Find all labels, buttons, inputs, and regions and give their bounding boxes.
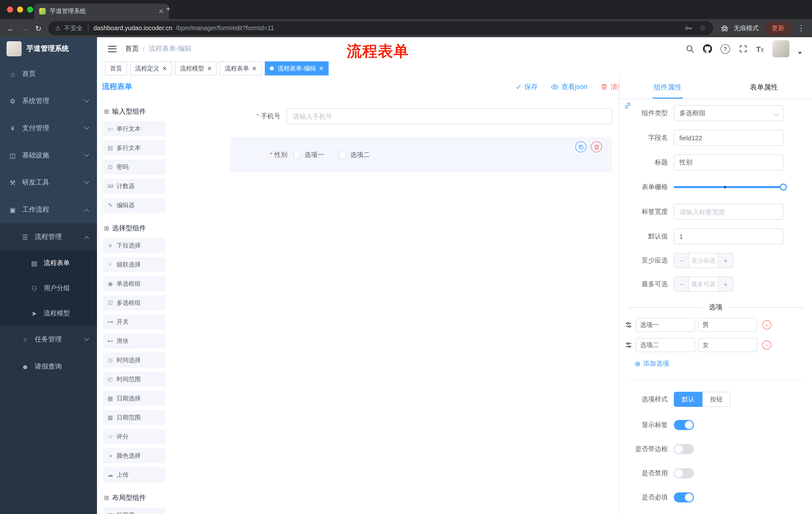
disabled-toggle[interactable] — [674, 468, 694, 478]
copy-field-button[interactable] — [575, 141, 586, 153]
bookmark-star-icon[interactable]: ☆ — [700, 24, 706, 32]
sidebar-item-process-manage[interactable]: ☰ 流程管理 — [0, 223, 97, 250]
tag-close-icon[interactable]: ✕ — [252, 65, 257, 72]
tab-close-icon[interactable]: ✕ — [158, 7, 164, 15]
avatar[interactable] — [772, 40, 789, 57]
sidebar-item-workflow[interactable]: ▣ 工作流程 — [0, 196, 97, 223]
search-icon[interactable] — [685, 44, 694, 53]
new-tab-button[interactable]: + — [166, 4, 171, 13]
drag-handle-icon[interactable] — [625, 341, 633, 349]
tag-close-icon[interactable]: ✕ — [207, 65, 211, 72]
increase-button[interactable]: + — [718, 277, 733, 291]
component-single-line-text[interactable]: ▭单行文本 — [103, 121, 165, 136]
browser-tab[interactable]: 芋道管理系统 ✕ — [34, 3, 169, 19]
sidebar-item-system[interactable]: ⚙ 系统管理 — [0, 87, 97, 115]
component-date-picker[interactable]: ▦日期选择 — [103, 391, 165, 406]
tag-process-form[interactable]: 流程表单 ✕ — [220, 61, 262, 76]
sidebar-item-home[interactable]: ⌂ 首页 — [0, 60, 97, 87]
component-date-range[interactable]: ▦日期范围 — [103, 410, 165, 425]
component-switch[interactable]: ⊶开关 — [103, 314, 165, 329]
with-border-toggle[interactable] — [674, 444, 694, 454]
remove-option-button[interactable]: − — [762, 341, 771, 350]
update-button[interactable]: 更新 — [765, 21, 791, 35]
option-value-input[interactable] — [698, 318, 757, 332]
slider-track[interactable] — [674, 186, 783, 188]
checkbox-box[interactable] — [339, 152, 346, 158]
label-width-input[interactable] — [674, 204, 783, 220]
min-select-stepper[interactable]: − 至少应选 + — [674, 253, 733, 268]
tag-close-icon[interactable]: ✕ — [319, 65, 323, 72]
browser-menu-icon[interactable]: ⋮ — [798, 24, 805, 33]
save-button[interactable]: ✓ 保存 — [516, 82, 538, 91]
gender-field-row[interactable]: 性别 选项一 选项二 — [237, 151, 605, 159]
selected-gender-field[interactable]: 性别 选项一 选项二 — [230, 137, 612, 172]
component-multi-line-text[interactable]: ▤多行文本 — [103, 140, 165, 155]
minimize-window-button[interactable] — [17, 6, 23, 12]
title-input[interactable] — [674, 154, 783, 170]
tag-process-model[interactable]: 流程模型 ✕ — [175, 61, 216, 76]
max-select-stepper[interactable]: − 最多可选 + — [674, 277, 733, 292]
component-slider[interactable]: ⊷滑块 — [103, 333, 165, 349]
option-label-input[interactable] — [636, 318, 695, 332]
decrease-button[interactable]: − — [674, 253, 689, 268]
phone-field-row[interactable]: 手机号 — [230, 108, 612, 124]
gender-option-1[interactable]: 选项一 — [293, 151, 324, 159]
component-type-value[interactable] — [674, 105, 783, 121]
component-color-picker[interactable]: ◑颜色选择 — [103, 448, 165, 463]
zoom-window-button[interactable] — [27, 6, 33, 12]
form-grid-slider[interactable] — [674, 179, 783, 195]
component-upload[interactable]: ☁上传 — [103, 467, 165, 482]
sidebar-item-process-form[interactable]: ▤ 流程表单 — [0, 250, 97, 276]
fullscreen-icon[interactable] — [738, 44, 748, 53]
required-toggle[interactable] — [674, 492, 694, 503]
breadcrumb-home[interactable]: 首页 — [125, 44, 139, 53]
decrease-button[interactable]: − — [674, 277, 689, 291]
back-icon[interactable]: ← — [7, 24, 14, 32]
phone-field-input[interactable] — [286, 108, 612, 124]
forward-icon[interactable]: → — [21, 24, 29, 32]
form-canvas[interactable]: 手机号 性别 — [223, 97, 619, 514]
component-checkbox-group[interactable]: ☑多选框组 — [103, 295, 165, 310]
drag-handle-icon[interactable] — [625, 321, 633, 329]
tag-process-form-edit[interactable]: 流程表单-编辑 ✕ — [265, 61, 328, 76]
tab-form-props[interactable]: 表单属性 — [716, 77, 812, 99]
tab-component-props[interactable]: 组件属性 — [619, 77, 716, 99]
sidebar-item-process-model[interactable]: ➤ 流程模型 — [0, 301, 97, 326]
component-rate[interactable]: ☆评分 — [103, 429, 165, 444]
component-type-select[interactable] — [674, 105, 783, 121]
component-time-picker[interactable]: ◷时间选择 — [103, 353, 165, 368]
avatar-caret-icon[interactable] — [798, 52, 802, 54]
tag-home[interactable]: 首页 — [105, 61, 127, 76]
component-cascader[interactable]: ⑂级联选择 — [103, 257, 165, 272]
component-counter[interactable]: 123计数器 — [103, 179, 165, 194]
url-bar[interactable]: ⚠ 不安全 dashboard.yudao.iocoder.cn /bpm/ma… — [48, 21, 713, 35]
help-icon[interactable]: ? — [720, 44, 730, 54]
password-key-icon[interactable] — [685, 24, 693, 32]
component-row-container[interactable]: ◫行容器 — [103, 508, 165, 514]
sidebar-item-infra[interactable]: ◫ 基础设施 — [0, 142, 97, 169]
reload-icon[interactable]: ↻ — [35, 24, 41, 32]
sidebar-item-task-manage[interactable]: ⑂ 任务管理 — [0, 326, 97, 353]
style-button-button[interactable]: 按钮 — [702, 392, 731, 407]
component-select[interactable]: ∨下拉选择 — [103, 238, 165, 253]
close-window-button[interactable] — [7, 6, 13, 12]
style-default-button[interactable]: 默认 — [674, 392, 702, 407]
slider-handle[interactable] — [780, 184, 787, 191]
sidebar-item-devtools[interactable]: ⚒ 研发工具 — [0, 169, 97, 196]
component-editor[interactable]: ✎编辑器 — [103, 198, 165, 213]
sidebar-toggle-icon[interactable] — [108, 46, 117, 52]
github-icon[interactable] — [703, 44, 712, 53]
option-value-input[interactable] — [698, 338, 757, 352]
increase-button[interactable]: + — [718, 253, 733, 268]
default-value-input[interactable] — [674, 228, 783, 244]
option-label-input[interactable] — [636, 338, 695, 352]
gender-option-2[interactable]: 选项二 — [339, 151, 370, 159]
view-json-button[interactable]: 查看json — [551, 82, 587, 91]
remove-option-button[interactable]: − — [762, 320, 771, 329]
sidebar-item-user-group[interactable]: ⚇ 用户分组 — [0, 276, 97, 301]
add-option-button[interactable]: ⊕ 添加选项 — [635, 359, 812, 368]
sidebar-item-payment[interactable]: ¥ 支付管理 — [0, 115, 97, 142]
component-time-range[interactable]: ◴时间范围 — [103, 372, 165, 387]
component-password[interactable]: ⊡密码 — [103, 159, 165, 174]
show-label-toggle[interactable] — [674, 420, 694, 430]
